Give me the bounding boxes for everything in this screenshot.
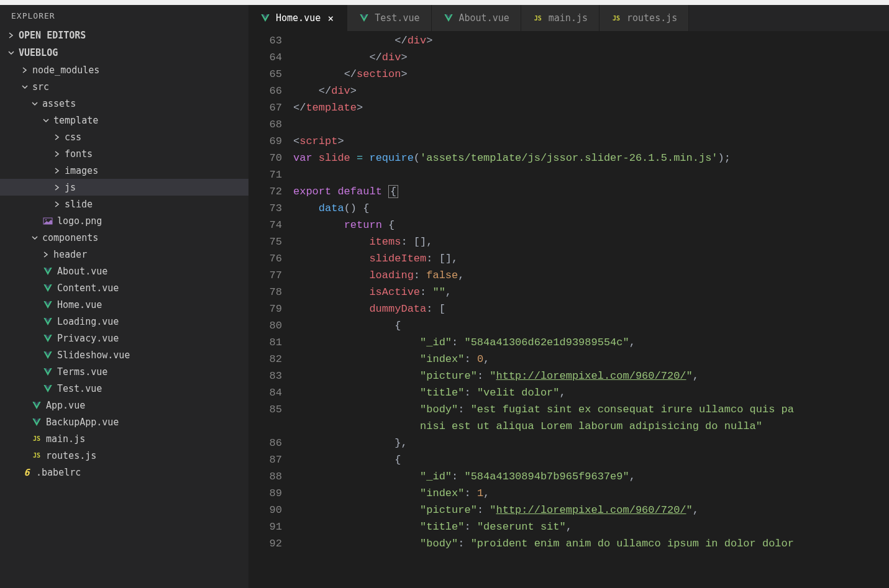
line-number — [248, 418, 282, 435]
tree-item-label: Test.vue — [57, 383, 102, 394]
code-line[interactable]: items: [], — [293, 233, 889, 250]
code-line[interactable]: "picture": "http://lorempixel.com/960/72… — [293, 368, 889, 384]
code-line[interactable]: </div> — [293, 49, 889, 66]
tab-label: Test.vue — [375, 12, 419, 24]
vue-icon — [42, 316, 53, 327]
tab-label: main.js — [549, 12, 588, 24]
code-line[interactable]: }, — [293, 435, 889, 451]
tree-item-label: node_modules — [32, 65, 99, 76]
tree-item[interactable]: node_modules — [0, 61, 248, 78]
tree-item[interactable]: Content.vue — [0, 279, 248, 296]
vue-icon — [358, 12, 370, 24]
code-line[interactable] — [293, 116, 889, 133]
editor-tab[interactable]: JSmain.js — [521, 5, 600, 31]
code-line[interactable]: "picture": "http://lorempixel.com/960/72… — [293, 502, 889, 518]
line-number: 80 — [248, 317, 282, 334]
vue-icon — [443, 12, 454, 24]
code-line[interactable]: "_id": "584a41306d62e1d93989554c", — [293, 334, 889, 351]
line-number: 66 — [248, 83, 282, 99]
tree-item[interactable]: JSroutes.js — [0, 447, 248, 464]
tree-item[interactable]: images — [0, 162, 248, 179]
tree-item[interactable]: Test.vue — [0, 380, 248, 397]
code-line[interactable]: loading: false, — [293, 267, 889, 284]
tree-item[interactable]: Loading.vue — [0, 313, 248, 330]
line-number: 78 — [248, 284, 282, 301]
line-number: 67 — [248, 99, 282, 116]
chevron-right-icon — [53, 150, 61, 158]
chevron-down-icon — [31, 100, 39, 107]
code-line[interactable]: </section> — [293, 66, 889, 83]
code-line[interactable]: var slide = require('assets/template/js/… — [293, 150, 889, 166]
code-line[interactable]: </template> — [293, 99, 889, 116]
tree-item[interactable]: assets — [0, 95, 248, 112]
tree-item[interactable]: fonts — [0, 145, 248, 162]
tree-item[interactable]: JSmain.js — [0, 430, 248, 447]
image-icon — [42, 215, 53, 227]
code-line[interactable]: { — [293, 317, 889, 334]
code-content[interactable]: </div> </div> </section> </div></templat… — [293, 31, 889, 588]
tree-item-label: App.vue — [46, 400, 85, 411]
tree-item[interactable]: src — [0, 78, 248, 95]
open-editors-section[interactable]: OPEN EDITORS — [0, 27, 248, 44]
tree-item[interactable]: BackupApp.vue — [0, 414, 248, 430]
close-icon[interactable]: × — [326, 13, 335, 23]
chevron-right-icon — [42, 251, 50, 258]
tree-item[interactable]: 6.babelrc — [0, 464, 248, 481]
line-number: 87 — [248, 451, 282, 468]
tree-item[interactable]: js — [0, 179, 248, 196]
line-number: 91 — [248, 518, 282, 535]
code-line[interactable]: "title": "deserunt sit", — [293, 518, 889, 535]
chevron-down-icon — [42, 117, 50, 124]
code-line[interactable] — [293, 166, 889, 183]
code-line[interactable]: slideItem: [], — [293, 250, 889, 267]
code-line[interactable]: "_id": "584a4130894b7b965f9637e9", — [293, 468, 889, 485]
vue-icon — [31, 400, 42, 411]
project-section[interactable]: VUEBLOG — [0, 44, 248, 61]
vue-icon — [42, 299, 53, 310]
tree-item-label: slide — [65, 199, 93, 210]
code-line[interactable]: "body": "proident enim anim do ullamco i… — [293, 535, 889, 552]
editor-tab[interactable]: JSroutes.js — [600, 5, 689, 31]
line-number: 82 — [248, 351, 282, 368]
code-line[interactable]: "title": "velit dolor", — [293, 384, 889, 401]
tree-item-label: images — [65, 165, 98, 176]
code-area[interactable]: 6364656667686970717273747576777879808182… — [248, 31, 889, 588]
code-line[interactable]: dummyData: [ — [293, 301, 889, 317]
code-line[interactable]: nisi est ut aliqua Lorem laborum adipisi… — [293, 418, 889, 435]
code-line[interactable]: "index": 1, — [293, 485, 889, 502]
tree-item[interactable]: css — [0, 129, 248, 145]
tree-item[interactable]: Slideshow.vue — [0, 346, 248, 363]
code-line[interactable]: "body": "est fugiat sint ex consequat ir… — [293, 401, 889, 418]
line-number: 75 — [248, 233, 282, 250]
code-line[interactable]: return { — [293, 217, 889, 233]
js-icon: JS — [611, 12, 622, 24]
code-line[interactable]: data() { — [293, 200, 889, 217]
tree-item[interactable]: components — [0, 229, 248, 246]
tree-item[interactable]: App.vue — [0, 397, 248, 414]
vue-icon — [42, 266, 53, 277]
tree-item[interactable]: template — [0, 112, 248, 129]
tree-item[interactable]: Home.vue — [0, 296, 248, 313]
code-line[interactable]: "index": 0, — [293, 351, 889, 368]
editor-tab[interactable]: Home.vue× — [248, 5, 347, 31]
line-number: 71 — [248, 166, 282, 183]
editor-tab[interactable]: Test.vue — [347, 5, 431, 31]
vue-icon — [42, 333, 53, 344]
code-line[interactable]: { — [293, 451, 889, 468]
code-line[interactable]: </div> — [293, 32, 889, 49]
code-line[interactable]: export default { — [293, 183, 889, 200]
svg-point-1 — [45, 219, 47, 220]
tab-label: About.vue — [459, 12, 509, 24]
tree-item[interactable]: slide — [0, 196, 248, 212]
editor-tab[interactable]: About.vue — [432, 5, 521, 31]
code-line[interactable]: isActive: "", — [293, 284, 889, 301]
tree-item[interactable]: logo.png — [0, 212, 248, 229]
code-line[interactable]: </div> — [293, 83, 889, 99]
chevron-down-icon — [21, 83, 29, 91]
tree-item[interactable]: Privacy.vue — [0, 330, 248, 346]
code-line[interactable]: <script> — [293, 133, 889, 150]
tree-item[interactable]: About.vue — [0, 263, 248, 279]
line-number: 72 — [248, 183, 282, 200]
tree-item[interactable]: Terms.vue — [0, 363, 248, 380]
tree-item[interactable]: header — [0, 246, 248, 263]
